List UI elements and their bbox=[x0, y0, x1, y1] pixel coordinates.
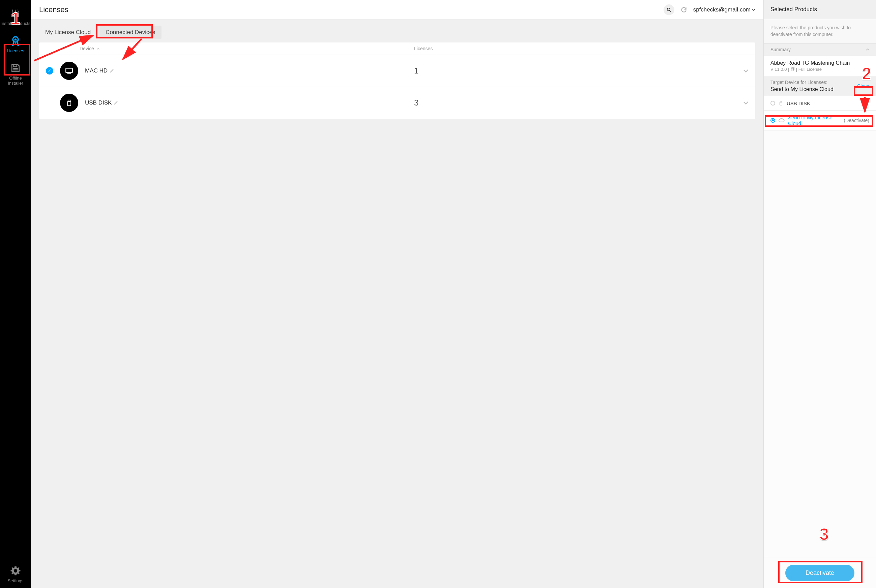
option-send-to-cloud[interactable]: Send to My License Cloud (Deactivate) bbox=[764, 111, 876, 130]
sidebar-item-licenses[interactable]: Licenses bbox=[0, 31, 31, 58]
target-label: Target Device for Licenses: bbox=[771, 80, 869, 85]
usb-icon bbox=[60, 94, 78, 112]
sidebar-item-offline-installer[interactable]: Offline Installer bbox=[0, 58, 31, 90]
svg-rect-9 bbox=[780, 102, 782, 105]
license-count: 3 bbox=[414, 98, 743, 108]
page-title: Licenses bbox=[39, 5, 69, 14]
product-meta: V 11.0.0 | 🗐 | Full License bbox=[771, 67, 869, 72]
account-email: spfchecks@gmail.com bbox=[693, 6, 751, 13]
pencil-icon[interactable] bbox=[110, 69, 114, 73]
option-usb-disk[interactable]: USB DISK bbox=[764, 96, 876, 111]
chevron-down-icon[interactable] bbox=[743, 100, 748, 105]
search-icon bbox=[667, 8, 671, 12]
deactivate-button[interactable]: Deactivate bbox=[785, 565, 854, 581]
target-device-header: Target Device for Licenses: Send to My L… bbox=[764, 76, 876, 96]
main-area: Licenses spfchecks@gmail.com My License … bbox=[31, 0, 764, 588]
sidebar-item-label: Settings bbox=[8, 578, 24, 583]
sidebar-item-label: Licenses bbox=[7, 48, 24, 53]
sidebar-item-label-2: Installer bbox=[8, 81, 23, 86]
sidebar-item-label: Install Products bbox=[1, 21, 31, 26]
sidebar-item-settings[interactable]: Settings bbox=[0, 561, 31, 588]
account-dropdown[interactable]: spfchecks@gmail.com bbox=[693, 6, 755, 13]
tabs: My License Cloud Connected Devices bbox=[31, 20, 764, 42]
tab-connected-devices[interactable]: Connected Devices bbox=[99, 26, 161, 39]
device-name: USB DISK bbox=[85, 99, 414, 106]
cloud-icon bbox=[778, 118, 784, 123]
refresh-button[interactable] bbox=[678, 4, 689, 15]
col-device[interactable]: Device bbox=[80, 46, 414, 51]
option-label: USB DISK bbox=[787, 100, 810, 106]
search-button[interactable] bbox=[664, 4, 674, 15]
radio-selected-icon bbox=[771, 118, 775, 123]
summary-label: Summary bbox=[771, 47, 791, 52]
close-button[interactable]: Close bbox=[857, 83, 869, 88]
check-placeholder bbox=[46, 99, 53, 106]
product-item: Abbey Road TG Mastering Chain V 11.0.0 |… bbox=[764, 56, 876, 76]
check-icon: ✓ bbox=[46, 67, 53, 75]
target-value: Send to My License Cloud bbox=[771, 86, 869, 92]
chevron-up-icon bbox=[866, 48, 869, 51]
sidebar: Install Products Licenses Offline Instal… bbox=[0, 0, 31, 588]
table-header: Device Licenses bbox=[39, 42, 755, 55]
selected-products-panel: Selected Products Please select the prod… bbox=[764, 0, 876, 588]
save-icon bbox=[10, 63, 21, 74]
svg-point-2 bbox=[667, 8, 670, 10]
usb-icon bbox=[778, 100, 783, 106]
panel-title: Selected Products bbox=[764, 0, 876, 19]
sort-asc-icon bbox=[97, 48, 99, 50]
panel-footer: Deactivate bbox=[764, 558, 876, 588]
table-row[interactable]: ✓ MAC HD 1 bbox=[39, 55, 755, 87]
computer-icon bbox=[60, 62, 78, 80]
download-icon bbox=[10, 8, 21, 19]
svg-rect-7 bbox=[68, 102, 71, 106]
pencil-icon[interactable] bbox=[114, 100, 118, 105]
award-icon bbox=[10, 35, 21, 46]
refresh-icon bbox=[680, 6, 687, 13]
svg-marker-1 bbox=[14, 38, 17, 41]
chevron-down-icon[interactable] bbox=[743, 68, 748, 74]
svg-rect-4 bbox=[66, 68, 72, 72]
license-count: 1 bbox=[414, 66, 743, 75]
panel-note: Please select the products you wish to d… bbox=[764, 19, 876, 44]
svg-line-3 bbox=[669, 10, 670, 12]
table-row[interactable]: USB DISK 3 bbox=[39, 87, 755, 119]
option-suffix: (Deactivate) bbox=[844, 118, 869, 123]
topbar: Licenses spfchecks@gmail.com bbox=[31, 0, 764, 20]
chevron-down-icon bbox=[752, 8, 755, 12]
summary-header[interactable]: Summary bbox=[764, 44, 876, 56]
gear-icon bbox=[10, 566, 21, 576]
radio-icon bbox=[771, 101, 775, 105]
devices-table: Device Licenses ✓ MAC HD 1 USB DISK bbox=[39, 42, 755, 119]
sidebar-item-install-products[interactable]: Install Products bbox=[0, 3, 31, 31]
device-name: MAC HD bbox=[85, 68, 414, 74]
option-label: Send to My License Cloud bbox=[788, 115, 841, 126]
sidebar-item-label: Offline bbox=[9, 75, 22, 81]
col-licenses[interactable]: Licenses bbox=[414, 46, 748, 51]
product-name: Abbey Road TG Mastering Chain bbox=[771, 60, 869, 66]
tab-my-license-cloud[interactable]: My License Cloud bbox=[39, 26, 97, 39]
